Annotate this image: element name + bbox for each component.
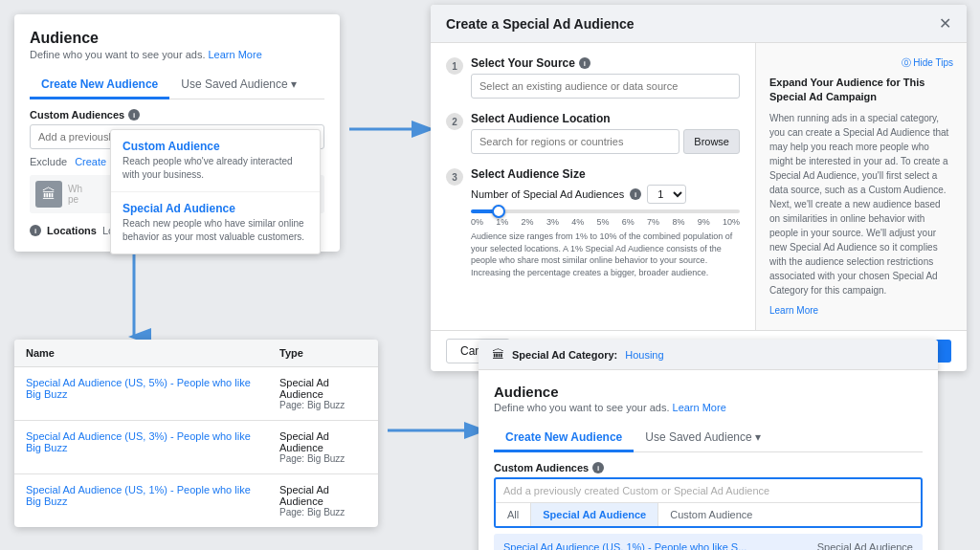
slider-thumb[interactable] <box>492 205 505 218</box>
type-main-2: Special Ad Audience <box>279 484 367 507</box>
create-new-dropdown: Custom Audience Reach people who've alre… <box>110 129 321 254</box>
tab-saved[interactable]: Use Saved Audience ▾ <box>169 72 308 99</box>
type-sub-1: Page: Big Buzz <box>279 453 367 464</box>
step-1-number: 1 <box>446 57 463 75</box>
modal-left-content: 1 Select Your Source i 2 Select Audience… <box>431 43 756 330</box>
custom-audiences-label: Custom Audiences i <box>30 109 324 121</box>
tips-title-row: ⓪ Hide Tips <box>769 56 953 70</box>
step-2-row: 2 Select Audience Location Browse <box>446 112 740 154</box>
bottom-audience-subtitle: Define who you want to see your ads. Lea… <box>494 402 923 413</box>
audience-result-name: Special Ad Audience (US, 1%) - People wh… <box>503 541 746 550</box>
category-label: Special Ad Category: <box>512 349 617 361</box>
step-2-input[interactable] <box>471 129 679 154</box>
filter-tab-special[interactable]: Special Ad Audience <box>531 503 658 526</box>
bottom-custom-label: Custom Audiences i <box>494 462 923 473</box>
tips-learn-more[interactable]: Learn More <box>769 305 818 316</box>
audience-subtitle: Define who you want to see your ads. Lea… <box>30 49 324 60</box>
col-type-header: Type <box>268 340 378 367</box>
step-2-input-row: Browse <box>471 129 740 154</box>
close-icon[interactable]: ✕ <box>939 14 951 33</box>
step-3-title: Select Audience Size <box>471 167 740 181</box>
audience-input-placeholder: Add a previously created Custom or Speci… <box>496 479 921 503</box>
category-bank-icon: 🏛 <box>492 347 504 362</box>
table-cell-name-0: Special Ad Audience (US, 5%) - People wh… <box>14 367 268 421</box>
table-row: Special Ad Audience (US, 3%) - People wh… <box>14 421 378 474</box>
dropdown-item-custom[interactable]: Custom Audience Reach people who've alre… <box>111 130 320 192</box>
step-2-title: Select Audience Location <box>471 112 740 125</box>
filter-tab-all[interactable]: All <box>496 503 531 526</box>
slider-labels: 0%1%2%3%4% 5%6%7%8%9%10% <box>471 217 740 227</box>
type-sub-2: Page: Big Buzz <box>279 507 367 517</box>
step3-info-icon: i <box>630 188 641 200</box>
filter-tabs: All Special Ad Audience Custom Audience <box>496 503 921 526</box>
modal-right-tips: ⓪ Hide Tips Expand Your Audience for Thi… <box>756 43 967 330</box>
col-name-header: Name <box>14 340 268 367</box>
hide-tips-link[interactable]: ⓪ Hide Tips <box>902 56 953 70</box>
table-cell-type-2: Special Ad Audience Page: Big Buzz <box>268 474 378 528</box>
filter-tab-custom[interactable]: Custom Audience <box>658 503 764 526</box>
info-icon: i <box>128 109 140 121</box>
bank-icon: 🏛 <box>35 181 62 208</box>
create-special-ad-panel: Create a Special Ad Audience ✕ 1 Select … <box>431 5 967 371</box>
bottom-audience-tabs: Create New Audience Use Saved Audience ▾ <box>494 425 923 452</box>
audience-result-row[interactable]: Special Ad Audience (US, 1%) - People wh… <box>494 534 923 550</box>
audience-name-link-0[interactable]: Special Ad Audience (US, 5%) - People wh… <box>26 377 251 400</box>
table-row: Special Ad Audience (US, 1%) - People wh… <box>14 474 378 528</box>
audience-list-panel: Name Type Special Ad Audience (US, 5%) -… <box>14 340 378 527</box>
step-1-title: Select Your Source i <box>471 56 740 70</box>
audience-count-select[interactable]: 123 <box>647 185 686 204</box>
arrow-right-top <box>345 110 435 148</box>
locations-info-icon: i <box>30 225 41 236</box>
step-2-content: Select Audience Location Browse <box>471 112 740 154</box>
modal-header: Create a Special Ad Audience ✕ <box>431 5 967 43</box>
bottom-tab-saved[interactable]: Use Saved Audience ▾ <box>634 425 772 452</box>
tips-heading: Expand Your Audience for This Special Ad… <box>769 76 953 105</box>
category-value: Housing <box>625 349 663 361</box>
step-1-content: Select Your Source i <box>471 56 740 99</box>
learn-more-link[interactable]: Learn More <box>209 49 262 60</box>
audience-tabs: Create New Audience Use Saved Audience ▾ <box>30 72 324 99</box>
step-1-input[interactable] <box>471 74 740 99</box>
audience-name-link-1[interactable]: Special Ad Audience (US, 3%) - People wh… <box>26 430 251 453</box>
type-sub-0: Page: Big Buzz <box>279 400 367 410</box>
table-cell-name-2: Special Ad Audience (US, 1%) - People wh… <box>14 474 268 528</box>
bottom-audience-body: Audience Define who you want to see your… <box>479 370 938 550</box>
modal-title: Create a Special Ad Audience <box>446 16 635 32</box>
modal-body: 1 Select Your Source i 2 Select Audience… <box>431 43 967 330</box>
tab-create-new[interactable]: Create New Audience <box>30 72 169 99</box>
special-category-bar: 🏛 Special Ad Category: Housing <box>479 340 938 370</box>
bank-text: Wh pe <box>68 184 82 205</box>
step-2-number: 2 <box>446 113 463 130</box>
audience-input-wrapper: Add a previously created Custom or Speci… <box>494 477 923 528</box>
audience-title: Audience <box>30 30 324 47</box>
step-3-row: 3 Select Audience Size Number of Special… <box>446 167 740 278</box>
bottom-learn-more[interactable]: Learn More <box>673 402 726 413</box>
audience-create-panel: Audience Define who you want to see your… <box>14 14 340 252</box>
audience-name-link-2[interactable]: Special Ad Audience (US, 1%) - People wh… <box>26 484 251 507</box>
step-3-content: Select Audience Size Number of Special A… <box>471 167 740 278</box>
audience-table: Name Type Special Ad Audience (US, 5%) -… <box>14 340 378 527</box>
step-3-number: 3 <box>446 168 463 186</box>
bottom-audience-title: Audience <box>494 384 923 400</box>
bottom-tab-create[interactable]: Create New Audience <box>494 425 634 452</box>
type-main-1: Special Ad Audience <box>279 430 367 453</box>
step-1-row: 1 Select Your Source i <box>446 56 740 99</box>
slider-bar <box>471 209 740 213</box>
dropdown-item-special[interactable]: Special Ad Audience Reach new people who… <box>111 192 320 253</box>
slider-description: Audience size ranges from 1% to 10% of t… <box>471 231 740 278</box>
type-main-0: Special Ad Audience <box>279 377 367 400</box>
table-cell-type-1: Special Ad Audience Page: Big Buzz <box>268 421 378 474</box>
audience-result-type: Special Ad Audience <box>817 541 913 550</box>
special-ad-category-panel: 🏛 Special Ad Category: Housing Audience … <box>479 340 938 550</box>
table-row: Special Ad Audience (US, 5%) - People wh… <box>14 367 378 421</box>
step1-info-icon: i <box>579 57 590 69</box>
table-header-row: Name Type <box>14 340 378 367</box>
tips-body: When running ads in a special category, … <box>769 111 953 297</box>
bottom-info-icon: i <box>592 462 604 473</box>
table-cell-name-1: Special Ad Audience (US, 3%) - People wh… <box>14 421 268 474</box>
browse-button[interactable]: Browse <box>683 129 740 154</box>
arrow-right-bottom <box>383 411 488 450</box>
table-cell-type-0: Special Ad Audience Page: Big Buzz <box>268 367 378 421</box>
audience-count-row: Number of Special Ad Audiences i 123 <box>471 185 740 204</box>
slider-section: Number of Special Ad Audiences i 123 0%1… <box>471 185 740 278</box>
